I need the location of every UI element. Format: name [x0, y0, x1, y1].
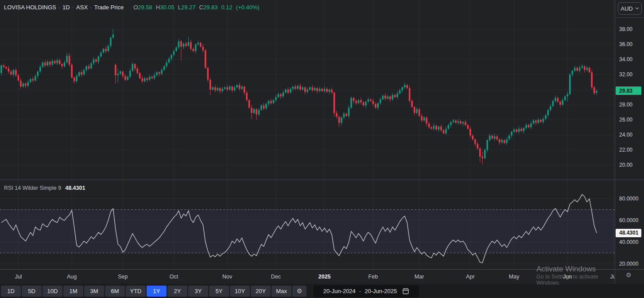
price-tick-label: 24.00 [619, 132, 632, 138]
rsi-indicator-name[interactable]: RSI 14 Wilder Simple 9 [4, 185, 61, 191]
rsi-legend[interactable]: RSI 14 Wilder Simple 948.4301 [4, 185, 85, 191]
range-button-10y[interactable]: 10Y [230, 286, 250, 297]
separator-dot: · [72, 4, 74, 11]
date-from-field[interactable]: 20-Jun-2024 [323, 288, 356, 294]
series-type: Trade Price [94, 4, 124, 11]
rsi-tick-label: 20.0000 [619, 261, 638, 267]
axis-top-divider [615, 17, 644, 18]
month-label-2025: 2025 [312, 274, 337, 280]
date-to-field[interactable]: 20-Jun-2025 [365, 288, 397, 294]
price-tick-label: 26.00 [619, 117, 632, 123]
month-label-jun: Jun [555, 274, 580, 280]
month-label-oct: Oct [162, 274, 186, 280]
range-button-group: 1D5D10D1M3M6MYTD1Y2Y3Y5Y10Y20YMax [0, 286, 291, 297]
range-button-3m[interactable]: 3M [84, 286, 104, 297]
range-button-1y[interactable]: 1Y [147, 286, 167, 297]
price-tick-label: 34.00 [619, 56, 632, 63]
month-label-may: May [502, 274, 527, 280]
month-label-aug: Aug [59, 274, 84, 280]
ohlc-key-o: O [133, 4, 138, 11]
ohlc-value-l: 29.27 [181, 4, 196, 11]
price-tick-label: 22.00 [619, 147, 632, 153]
range-button-6m[interactable]: 6M [105, 286, 125, 297]
range-button-20y[interactable]: 20Y [251, 286, 271, 297]
price-tick-label: 28.00 [619, 102, 632, 108]
range-button-1m[interactable]: 1M [63, 286, 83, 297]
axis-separator [0, 269, 644, 270]
price-axis-column[interactable]: AUD 38.0036.0034.0032.0028.0026.0024.002… [615, 0, 644, 284]
change-percent: (+0.40%) [236, 4, 260, 11]
axis-settings-gear-icon[interactable]: ⚙ [626, 271, 632, 278]
calendar-icon[interactable] [402, 287, 409, 294]
range-button-3y[interactable]: 3Y [188, 286, 208, 297]
rsi-tick-label: 40.0000 [619, 239, 638, 245]
month-label-nov: Nov [215, 274, 240, 280]
separator-dot: · [58, 4, 60, 11]
price-tick-label: 32.00 [619, 71, 632, 78]
date-range-dash: - [359, 288, 361, 294]
ohlc-value-o: 29.58 [138, 4, 152, 11]
gear-icon[interactable]: ⚙ [292, 286, 306, 297]
price-tick-label: 20.00 [619, 162, 632, 168]
range-button-1d[interactable]: 1D [1, 286, 21, 297]
month-label-sep: Sep [110, 274, 135, 280]
month-label-dec: Dec [264, 274, 288, 280]
chart-canvas[interactable] [0, 0, 615, 284]
interval-value[interactable]: 1D [62, 4, 70, 11]
chart-area[interactable]: LOVISA HOLDINGS·1D·ASX·Trade PriceO29.58… [0, 0, 615, 284]
time-axis[interactable]: JulAugSepOctNovDec2025FebMarAprMayJunJul [0, 269, 615, 284]
range-button-max[interactable]: Max [272, 286, 291, 297]
symbol-legend[interactable]: LOVISA HOLDINGS·1D·ASX·Trade PriceO29.58… [4, 4, 260, 11]
month-label-jul: Jul [6, 274, 31, 280]
exchange-name: ASX [76, 4, 88, 11]
rsi-tick-label: 60.0000 [619, 217, 638, 224]
range-button-5y[interactable]: 5Y [209, 286, 229, 297]
rsi-value-label: 48.4301 [616, 229, 641, 237]
range-button-2y[interactable]: 2Y [167, 286, 187, 297]
price-tick-label: 36.00 [619, 41, 632, 47]
change-value: 0.12 [221, 4, 232, 11]
ohlc-value-c: 29.83 [203, 4, 218, 11]
month-label-feb: Feb [361, 274, 385, 280]
currency-label: AUD [621, 5, 632, 12]
range-button-10d[interactable]: 10D [43, 286, 62, 297]
ohlc-key-c: C [199, 4, 203, 11]
ohlc-value-h: 30.05 [160, 4, 175, 11]
rsi-current-value: 48.4301 [65, 185, 85, 191]
currency-dropdown[interactable]: AUD [618, 2, 642, 15]
month-label-mar: Mar [407, 274, 432, 280]
separator-dot: · [90, 4, 92, 11]
pane-separator[interactable] [0, 180, 644, 180]
ohlc-key-l: L [178, 4, 181, 11]
price-tick-label: 38.00 [619, 26, 632, 32]
range-button-ytd[interactable]: YTD [126, 286, 146, 297]
rsi-tick-label: 80.0000 [619, 196, 638, 202]
chevron-down-icon [635, 7, 639, 10]
bottom-toolbar: 1D5D10D1M3M6MYTD1Y2Y3Y5Y10Y20YMax ⚙ 20-J… [0, 284, 644, 298]
last-price-label: 29.83 [616, 86, 641, 95]
ohlc-key-h: H [156, 4, 160, 11]
month-label-apr: Apr [458, 274, 483, 280]
ohlc-values: O29.58H30.05L29.27C29.83 [130, 4, 217, 11]
trading-chart-app: LOVISA HOLDINGS·1D·ASX·Trade PriceO29.58… [0, 0, 644, 298]
date-range-picker[interactable]: 20-Jun-2024 - 20-Jun-2025 [314, 285, 419, 297]
range-button-5d[interactable]: 5D [22, 286, 42, 297]
symbol-name[interactable]: LOVISA HOLDINGS [4, 4, 56, 11]
